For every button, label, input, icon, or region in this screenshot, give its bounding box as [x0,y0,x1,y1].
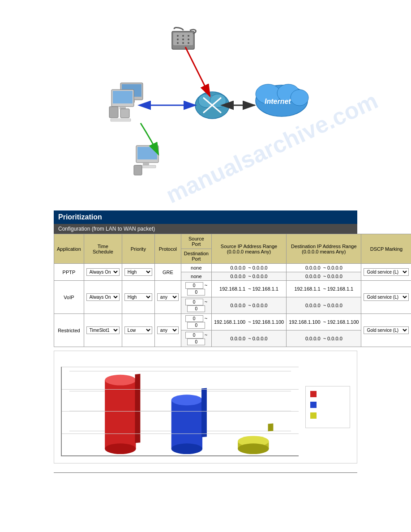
svg-rect-15 [113,91,133,103]
source-port-restricted: ~ [181,314,211,330]
dscp-restricted[interactable]: Gold service (L) Silver service (L) [361,314,411,347]
bottom-divider [54,472,357,473]
protocol-pptp: GRE [154,264,181,281]
computers-cluster-icon [109,83,143,121]
diagram-area: Internet [0,0,411,206]
header-source-port: Source Port [181,234,211,249]
header-time-schedule: Time Schedule [84,234,122,264]
dscp-voip-select[interactable]: Gold service (L) Silver service (L) [364,293,409,301]
legend-box-yellow [310,412,317,419]
time-schedule-restricted-select[interactable]: Always On TimeSlot1 [86,326,120,334]
network-diagram: Internet [80,13,331,193]
svg-point-8 [177,42,179,44]
dest-port-voip-to[interactable] [187,305,205,312]
legend-item-red [310,391,345,397]
app-pptp: PPTP [54,264,84,281]
legend-item-blue [310,402,345,408]
source-port-voip: ~ [181,281,211,297]
source-ip-voip-row2: 0.0.0.0 ~ 0.0.0.0 [211,297,286,314]
protocol-restricted-select[interactable]: any TCP UDP [157,326,179,334]
section-title: Prioritization [54,210,357,224]
svg-point-10 [188,42,189,44]
dscp-restricted-select[interactable]: Gold service (L) Silver service (L) [364,326,409,334]
dest-ip-pptp-row2: 0.0.0.0 ~ 0.0.0.0 [287,272,361,281]
dest-ip-restricted-row2: 0.0.0.0 ~ 0.0.0.0 [287,330,361,347]
table-row: PPTP Always On TimeSlot1 High Medium Low… [54,264,411,272]
svg-point-7 [188,39,189,40]
protocol-voip[interactable]: any TCP UDP [154,281,181,314]
chart-container [61,358,350,456]
header-protocol: Protocol [154,234,181,264]
dest-port-voip-from[interactable] [185,299,203,305]
legend-box-blue [310,402,317,408]
svg-point-5 [177,39,179,40]
router-icon [195,92,229,119]
protocol-restricted[interactable]: any TCP UDP [154,314,181,347]
legend-box-red [310,391,317,397]
chart-area [61,367,299,456]
dest-port-restricted-from[interactable] [185,332,203,339]
source-ip-pptp-row2: 0.0.0.0 ~ 0.0.0.0 [211,272,286,281]
source-port-voip-from[interactable] [185,282,203,289]
svg-line-41 [185,47,210,96]
svg-point-6 [182,39,184,40]
time-schedule-voip-select[interactable]: Always On TimeSlot1 [86,293,120,301]
time-schedule-pptp[interactable]: Always On TimeSlot1 [84,264,122,281]
app-restricted: Restricted [54,314,84,347]
priority-voip-select[interactable]: High Medium Low [124,293,152,301]
legend-item-yellow [310,412,345,419]
dest-port-voip: ~ [181,297,211,314]
dest-ip-pptp-row1: 0.0.0.0 ~ 0.0.0.0 [287,264,361,272]
time-schedule-pptp-select[interactable]: Always On TimeSlot1 [86,268,120,276]
protocol-voip-select[interactable]: any TCP UDP [157,293,179,301]
phone-icon [172,27,196,49]
source-port-pptp: none [181,264,211,272]
source-port-restricted-from[interactable] [185,315,203,322]
svg-rect-17 [109,107,118,118]
prioritization-section: Prioritization Configuration (from LAN t… [54,210,357,347]
header-application: Application [54,234,84,264]
svg-rect-31 [137,147,157,159]
priority-voip[interactable]: High Medium Low [122,281,154,314]
single-computer-icon [134,146,158,175]
dscp-pptp-select[interactable]: Gold service (L) Silver service (L) [364,268,409,276]
dest-port-restricted-to[interactable] [187,339,205,345]
table-row: VoIP Always On TimeSlot1 High Medium Low [54,281,411,297]
svg-point-9 [182,42,184,44]
svg-point-2 [177,35,179,37]
chart-section [54,351,357,463]
app-voip: VoIP [54,281,84,314]
time-schedule-restricted[interactable]: Always On TimeSlot1 [84,314,122,347]
source-port-restricted-to[interactable] [187,322,205,329]
header-dest-ip: Destination IP Address Range(0.0.0.0 mea… [287,234,361,264]
svg-rect-18 [120,109,129,118]
dest-ip-voip-row1: 192.168.1.1 ~ 192.168.1.1 [287,281,361,297]
priority-pptp-select[interactable]: High Medium Low [124,268,152,276]
source-ip-pptp: 0.0.0.0 ~ 0.0.0.0 [211,264,286,272]
source-ip-restricted: 192.168.1.100 ~ 192.168.1.100 [211,314,286,330]
svg-rect-32 [143,163,149,165]
priority-restricted[interactable]: High Medium Low [122,314,154,347]
priority-pptp[interactable]: High Medium Low [122,264,154,281]
svg-rect-19 [111,119,131,121]
svg-point-4 [188,35,189,37]
source-ip-restricted-row2: 0.0.0.0 ~ 0.0.0.0 [211,330,286,347]
header-destination-port: Destination Port [181,249,211,264]
header-dscp: DSCP Marking [361,234,411,264]
dscp-pptp[interactable]: Gold service (L) Silver service (L) [361,264,411,281]
source-port-voip-to[interactable] [187,289,205,296]
dest-ip-voip-row2: 0.0.0.0 ~ 0.0.0.0 [287,297,361,314]
chart-legend [305,386,350,428]
dest-port-pptp: none [181,272,211,281]
grid-lines [62,367,299,455]
priority-table: Application Time Schedule Priority Proto… [54,234,411,347]
svg-point-3 [182,35,184,37]
svg-text:Internet: Internet [265,98,291,105]
svg-rect-34 [134,165,142,175]
time-schedule-voip[interactable]: Always On TimeSlot1 [84,281,122,314]
priority-restricted-select[interactable]: High Medium Low [124,326,152,334]
table-row: Restricted Always On TimeSlot1 High Medi… [54,314,411,330]
dest-ip-restricted-row1: 192.168.1.100 ~ 192.168.1.100 [287,314,361,330]
svg-point-28 [291,90,308,106]
dscp-voip[interactable]: Gold service (L) Silver service (L) [361,281,411,314]
